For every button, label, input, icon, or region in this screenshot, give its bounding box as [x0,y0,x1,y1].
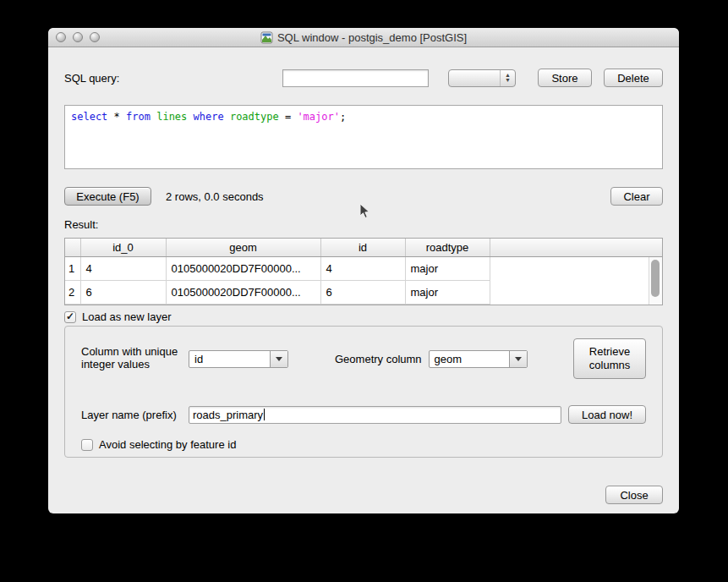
row-filler [490,257,662,281]
row-number: 1 [65,257,80,281]
sql-query-label: SQL query: [64,72,119,85]
text-caret [264,409,265,420]
sql-token: * [107,111,126,123]
sql-token: from [126,111,151,123]
titlebar[interactable]: SQL window - postgis_demo [PostGIS] [48,28,679,47]
sql-token: ; [340,111,346,123]
execute-button[interactable]: Execute (F5) [64,187,151,206]
dropdown-arrow-icon [270,351,287,367]
avoid-selecting-checkbox[interactable]: Avoid selecting by feature id [81,438,646,451]
query-name-input[interactable] [282,69,429,87]
load-now-button[interactable]: Load now! [568,405,646,424]
clear-button[interactable]: Clear [610,187,663,206]
load-options-group: Column with unique integer values id Geo… [64,326,663,458]
layer-name-input[interactable]: roads_primary [189,406,561,424]
stepper-arrows-icon: ▲▼ [500,70,515,86]
delete-button[interactable]: Delete [604,69,663,87]
load-as-new-layer-checkbox[interactable]: Load as new layer [64,310,663,323]
checkbox-checked-icon [64,311,76,323]
checkbox-unchecked-icon [81,439,93,451]
sql-window: SQL window - postgis_demo [PostGIS] SQL … [48,28,679,513]
cell-id_0[interactable]: 4 [80,257,166,281]
cell-geom[interactable]: 0105000020DD7F00000... [166,281,320,305]
cell-id[interactable]: 6 [320,281,405,305]
sql-token: lines [156,111,187,123]
cell-id_0[interactable]: 6 [80,281,166,305]
load-as-new-layer-label: Load as new layer [82,310,172,323]
screen-background: { "window": { "title": "SQL window - pos… [0,0,728,582]
vertical-scrollbar[interactable] [649,257,662,305]
column-header-id_0[interactable]: id_0 [80,239,166,257]
unique-column-label: Column with unique integer values [81,346,189,371]
sql-token: where [194,111,224,123]
query-status-text: 2 rows, 0.0 seconds [166,190,264,203]
zoom-window-button[interactable] [90,32,100,42]
geometry-column-dropdown[interactable]: geom [429,350,528,368]
geometry-column-label: Geometry column [335,353,422,365]
result-table: id_0 geom id roadtype 1 4 0105000020DD7F… [64,238,663,305]
cell-roadtype[interactable]: major [405,281,490,305]
sql-token: 'major' [297,111,340,123]
column-header-geom[interactable]: geom [166,239,320,257]
dropdown-arrow-icon [509,351,527,367]
sql-query-text: select * from lines where roadtype = 'ma… [71,111,656,123]
window-title: SQL window - postgis_demo [PostGIS] [277,31,467,44]
table-header-row: id_0 geom id roadtype [65,239,662,257]
result-label: Result: [64,218,663,231]
layer-name-value: roads_primary [193,409,263,421]
sql-token: = [279,111,298,123]
row-filler [490,281,662,305]
window-controls [56,32,100,42]
column-header-roadtype[interactable]: roadtype [405,239,490,257]
table-row[interactable]: 2 6 0105000020DD7F00000... 6 major [65,281,662,305]
layer-name-label: Layer name (prefix) [81,409,189,421]
sql-token: roadtype [230,111,279,123]
unique-column-value: id [189,351,270,367]
sql-token [187,111,193,123]
close-window-button[interactable] [56,32,66,42]
close-button[interactable]: Close [605,486,663,504]
geometry-column-value: geom [430,351,509,367]
column-header-id[interactable]: id [320,239,405,257]
scrollbar-thumb[interactable] [651,260,660,297]
corner-header-cell[interactable] [65,239,80,257]
retrieve-columns-button[interactable]: Retrieve columns [573,338,646,379]
window-icon [260,31,273,44]
stored-query-dropdown[interactable]: ▲▼ [448,69,516,87]
header-filler [490,239,662,257]
sql-editor[interactable]: select * from lines where roadtype = 'ma… [64,105,663,169]
avoid-selecting-label: Avoid selecting by feature id [99,438,236,451]
store-button[interactable]: Store [538,69,592,87]
sql-token [224,111,230,123]
sql-token: select [71,111,107,123]
table-row[interactable]: 1 4 0105000020DD7F00000... 4 major [65,257,662,281]
row-number: 2 [65,281,80,305]
cell-geom[interactable]: 0105000020DD7F00000... [166,257,320,281]
unique-column-dropdown[interactable]: id [189,350,288,368]
cell-id[interactable]: 4 [320,257,405,281]
cell-roadtype[interactable]: major [405,257,490,281]
minimize-window-button[interactable] [73,32,83,42]
